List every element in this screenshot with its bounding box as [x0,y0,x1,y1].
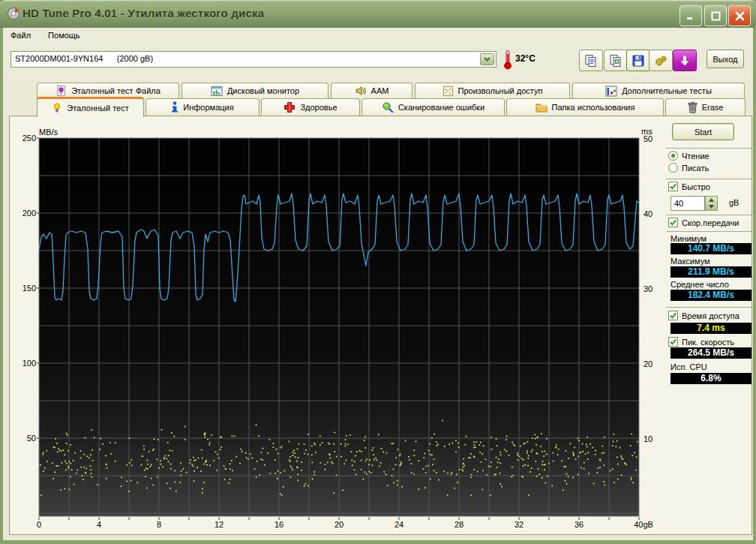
start-button[interactable]: Start [672,123,734,140]
options-button[interactable] [649,50,673,71]
maximum-label: Максимум [670,257,710,266]
temperature-value: 32°C [515,53,536,64]
test-size-unit: gB [729,198,739,207]
maximum-value: 211.9 MB/s [670,266,752,278]
cpu-usage-label: Исп. CPU [670,362,707,371]
read-radio-label: Чтение [682,152,710,161]
close-button[interactable] [728,5,751,26]
write-mode-row: Писать [668,163,709,173]
tab-label: Эталонный тест Файла [71,86,160,95]
disk-monitor-icon [211,86,223,97]
stepper-down-button[interactable] [706,203,717,210]
app-icon [7,7,20,20]
transfer-rate-row: Скор.передачи [668,218,739,227]
tab-label: Дополнительные тесты [622,86,712,95]
random-access-icon [442,86,454,97]
access-time-label: Время доступа [682,311,740,320]
minimize-icon [686,11,695,20]
title-bar: HD Tune Pro 4.01 - Утилита жесткого диск… [0,0,756,28]
combobox-dropdown-button[interactable] [480,53,494,65]
burst-rate-label: Пик. скорость [682,338,734,347]
separator [666,307,752,310]
quick-label: Быстро [682,182,710,191]
arrow-down-icon [709,205,714,209]
toolbar: ST2000DM001-9YN164 (2000 gB) 32°C [3,44,753,77]
maximize-icon [711,11,721,21]
check-icon [669,311,677,320]
access-time-value: 7.4 ms [670,323,752,334]
tab-extra-tests[interactable]: Дополнительные тесты [572,83,745,98]
tab-disk-monitor[interactable]: Дисковый монитор [182,83,328,98]
tab-label: Произвольный доступ [458,86,543,95]
chevron-down-icon [484,57,490,62]
transfer-rate-label: Скор.передачи [682,218,739,227]
hd-tune-window: HD Tune Pro 4.01 - Утилита жесткого диск… [0,0,756,544]
drive-select-value: ST2000DM001-9YN164 (2000 gB) [15,54,153,63]
tab-label: Здоровье [300,103,337,112]
copy-text-button[interactable] [579,50,603,71]
access-time-checkbox[interactable] [668,311,678,320]
tab-label: Информация [183,103,233,112]
minimum-label: Минимум [670,234,706,243]
copy-image-button[interactable] [604,50,628,71]
exit-button[interactable]: Выход [706,50,744,68]
tab-label: AAM [371,86,389,95]
test-size-stepper[interactable] [705,196,718,211]
burst-rate-row: Пик. скорость [668,337,734,347]
close-icon [735,11,745,21]
folder-usage-icon [536,102,548,113]
tab-random-access[interactable]: Произвольный доступ [415,83,570,98]
tab-label: Erase [702,103,724,112]
tab-label: Дисковый монитор [227,86,299,95]
check-icon [669,338,677,346]
average-value: 182.4 MB/s [670,290,752,301]
tab-file-benchmark[interactable]: Эталонный тест Файла [37,83,179,98]
minimum-value: 140.7 MB/s [670,243,752,254]
menu-help[interactable]: Помощь [40,28,88,42]
menu-file[interactable]: Файл [3,28,38,42]
error-scan-magnifier-icon [382,101,394,113]
tab-info[interactable]: Информация [146,98,260,116]
tab-benchmark[interactable]: Эталонный тест [37,97,144,117]
check-icon [669,218,677,227]
burst-rate-value: 264.5 MB/s [670,347,752,359]
save-button[interactable] [626,50,650,71]
read-radio[interactable] [668,151,678,161]
copy-text-icon [584,54,598,68]
health-cross-icon [284,101,296,113]
check-icon [669,182,677,191]
write-radio[interactable] [668,163,678,173]
tab-erase[interactable]: Erase [665,98,746,116]
options-gears-icon [654,54,668,68]
transfer-rate-checkbox[interactable] [668,218,678,227]
tab-health[interactable]: Здоровье [261,98,360,116]
burst-rate-checkbox[interactable] [668,337,678,347]
cpu-usage-value: 6.8% [670,373,752,384]
stepper-up-button[interactable] [706,197,717,203]
quick-row: Быстро [668,182,710,191]
tab-folder-usage[interactable]: Папка использования [506,98,664,116]
quick-checkbox[interactable] [668,182,678,191]
tab-error-scan[interactable]: Сканирование ошибки [362,98,505,116]
read-mode-row: Чтение [668,151,710,161]
tab-label: Сканирование ошибки [398,103,484,112]
arrow-up-icon [709,198,714,202]
benchmark-icon [52,102,62,114]
erase-trash-icon [688,101,698,113]
file-benchmark-icon [56,85,67,97]
extra-tests-icon [605,86,617,97]
download-arrow-icon [678,54,692,68]
save-icon [632,54,645,68]
access-time-row: Время доступа [668,311,740,320]
write-radio-label: Писать [682,164,709,173]
window-title: HD Tune Pro 4.01 - Утилита жесткого диск… [22,7,264,20]
copy-image-icon [609,54,622,68]
tab-label: Папка использования [552,103,635,112]
minimize-button[interactable] [680,5,702,26]
menu-bar: Файл Помощь [3,28,753,44]
tab-aam[interactable]: AAM [331,83,412,98]
update-button[interactable] [673,50,697,71]
test-size-input[interactable] [670,196,705,211]
drive-select-combobox[interactable]: ST2000DM001-9YN164 (2000 gB) [10,51,496,68]
maximize-button[interactable] [704,5,727,26]
